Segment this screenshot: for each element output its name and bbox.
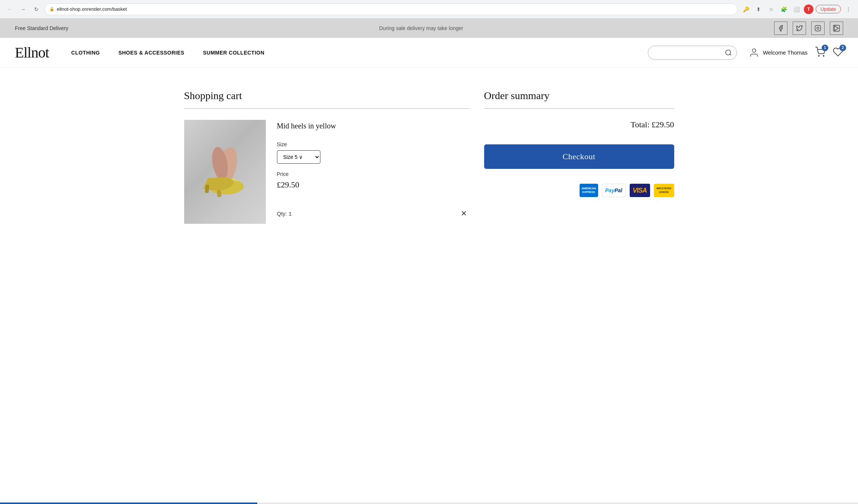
order-total: Total: £29.50: [484, 120, 674, 130]
address-bar[interactable]: 🔒 ellnot-shop.onrender.com/basket: [45, 3, 738, 15]
nav-right: Welcome Thomas 1 2: [748, 47, 843, 59]
price-section: Price £29.50: [277, 171, 469, 190]
qty-text: Qty: 1: [277, 210, 292, 217]
facebook-icon[interactable]: [774, 22, 787, 35]
forward-button[interactable]: →: [18, 4, 28, 14]
social-icons: [774, 22, 843, 35]
sidebar-button[interactable]: ⬜: [791, 4, 802, 14]
browser-toolbar: 🔑 ⬆ ☆ 🧩 ⬜ T Update ⋮: [741, 4, 854, 14]
search-input[interactable]: [653, 50, 722, 56]
reload-button[interactable]: ↻: [31, 4, 42, 14]
youtube-icon[interactable]: [830, 22, 843, 35]
bookmark-button[interactable]: ☆: [766, 4, 776, 14]
nav-clothing[interactable]: CLOTHING: [71, 50, 100, 56]
order-summary-title: Order summary: [484, 90, 674, 102]
product-image: [184, 120, 266, 224]
nav-links: CLOTHING SHOES & ACCESSORIES SUMMER COLL…: [71, 50, 648, 56]
update-button[interactable]: Update: [816, 5, 841, 13]
instagram-icon[interactable]: [811, 22, 825, 35]
cart-title: Shopping cart: [184, 90, 469, 102]
search-icon: [725, 49, 732, 56]
user-info[interactable]: Welcome Thomas: [748, 47, 808, 59]
wishlist-badge: 2: [839, 45, 846, 51]
visa-icon: VISA: [630, 184, 650, 197]
cart-section: Shopping cart: [184, 90, 469, 224]
cart-item: Mid heels in yellow Size Size 5 ∨ Size 3…: [184, 120, 469, 224]
cart-divider: [184, 108, 469, 109]
cart-badge: 1: [822, 45, 828, 51]
key-icon-button[interactable]: 🔑: [741, 4, 751, 14]
logo[interactable]: Ellnot: [15, 44, 49, 61]
order-summary-section: Order summary Total: £29.50 Checkout AME…: [484, 90, 674, 224]
nav-summer-collection[interactable]: SUMMER COLLECTION: [203, 50, 265, 56]
user-icon: [748, 47, 760, 59]
main-content: Shopping cart: [169, 68, 689, 246]
svg-rect-0: [815, 26, 821, 31]
svg-point-8: [823, 55, 824, 56]
size-section: Size Size 5 ∨ Size 3 Size 4 Size 5 Size …: [277, 141, 469, 164]
cart-icon-wrap[interactable]: 1: [815, 47, 825, 59]
payment-icons: AMERICANEXPRESS PayPal VISA WESTERNUNION: [484, 184, 674, 197]
svg-line-5: [730, 54, 731, 55]
product-image-wrap: [184, 120, 266, 224]
svg-rect-12: [205, 184, 209, 193]
browser-chrome: ← → ↻ 🔒 ellnot-shop.onrender.com/basket …: [0, 0, 858, 19]
url-text: ellnot-shop.onrender.com/basket: [57, 6, 127, 12]
extensions-button[interactable]: 🧩: [779, 4, 789, 14]
navigation-bar: Ellnot CLOTHING SHOES & ACCESSORIES SUMM…: [0, 38, 858, 68]
user-greeting: Welcome Thomas: [763, 49, 808, 56]
sale-announcement: During sale delivery may take longer: [76, 25, 767, 31]
product-details: Mid heels in yellow Size Size 5 ∨ Size 3…: [277, 120, 469, 219]
svg-point-4: [725, 50, 730, 55]
search-bar: [648, 46, 737, 60]
price-value: £29.50: [277, 180, 469, 190]
svg-marker-2: [835, 26, 839, 31]
product-name: Mid heels in yellow: [277, 122, 469, 130]
qty-row: Qty: 1 ✕: [277, 208, 469, 219]
size-label: Size: [277, 141, 469, 147]
wishlist-icon-wrap[interactable]: 2: [833, 47, 843, 59]
back-button[interactable]: ←: [4, 4, 15, 14]
paypal-icon: PayPal: [602, 184, 626, 197]
menu-button[interactable]: ⋮: [843, 4, 854, 14]
svg-point-7: [818, 55, 819, 56]
lock-icon: 🔒: [49, 7, 55, 12]
svg-point-6: [752, 49, 756, 52]
amex-icon: AMERICANEXPRESS: [580, 184, 598, 197]
announcement-bar: Free Standard Delivery During sale deliv…: [0, 19, 858, 38]
profile-avatar[interactable]: T: [804, 4, 813, 14]
delivery-announcement: Free Standard Delivery: [15, 25, 68, 31]
checkout-button[interactable]: Checkout: [484, 144, 674, 169]
twitter-icon[interactable]: [793, 22, 806, 35]
size-select[interactable]: Size 5 ∨ Size 3 Size 4 Size 5 Size 6 Siz…: [277, 150, 320, 164]
price-label: Price: [277, 171, 469, 177]
order-summary-divider: [484, 108, 674, 109]
western-union-icon: WESTERNUNION: [654, 184, 674, 197]
shoe-illustration: [195, 138, 255, 205]
remove-item-button[interactable]: ✕: [459, 208, 469, 219]
share-button[interactable]: ⬆: [753, 4, 764, 14]
nav-shoes-accessories[interactable]: SHOES & ACCESSORIES: [118, 50, 185, 56]
